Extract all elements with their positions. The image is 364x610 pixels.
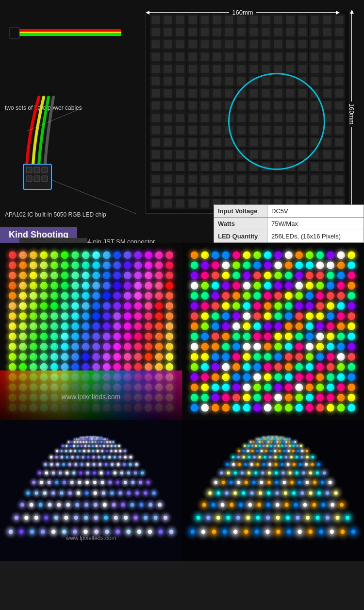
- led-cell: [150, 38, 162, 50]
- led-cell: [162, 38, 174, 50]
- led-cell: [223, 87, 235, 99]
- colorful-led-canvas: [182, 243, 364, 420]
- led-cell: [260, 124, 272, 136]
- spec-value: DC5V: [267, 205, 364, 218]
- led-cell: [333, 136, 345, 148]
- led-cell: [272, 75, 284, 87]
- led-cell: [199, 87, 211, 99]
- led-cell: [272, 186, 284, 197]
- led-cell: [333, 26, 345, 38]
- photo-cell-colorful: [182, 243, 364, 420]
- led-cell: [321, 173, 333, 185]
- led-cell: [211, 26, 223, 38]
- led-cell: [223, 161, 235, 172]
- led-cell: [272, 63, 284, 75]
- led-cell: [235, 112, 247, 124]
- led-cell: [211, 186, 223, 197]
- led-cell: [199, 149, 211, 160]
- led-cell: [199, 63, 211, 75]
- led-cell: [297, 87, 308, 99]
- led-cell: [272, 112, 284, 124]
- led-cell: [248, 161, 260, 172]
- led-cell: [309, 63, 320, 75]
- led-cell: [199, 51, 211, 63]
- led-cell: [162, 14, 174, 26]
- led-cell: [309, 161, 320, 172]
- photo-cell-rainbow: www.lpixelleds.com: [0, 243, 182, 420]
- led-cell: [174, 198, 186, 209]
- spec-label: LED Quantity: [214, 230, 267, 243]
- spec-row: Watts75W/Max: [214, 218, 364, 230]
- led-cell: [174, 112, 186, 124]
- led-cell: [248, 51, 260, 63]
- led-cell: [272, 87, 284, 99]
- led-cell: [187, 173, 199, 185]
- led-cell: [333, 63, 345, 75]
- led-cell: [162, 149, 174, 160]
- led-cell: [297, 186, 308, 197]
- led-cell: [321, 75, 333, 87]
- spec-value: 75W/Max: [267, 218, 364, 230]
- led-cell: [333, 161, 345, 172]
- led-cell: [223, 149, 235, 160]
- arrow-up-icon: [350, 10, 354, 14]
- led-cell: [248, 186, 260, 197]
- led-cell: [162, 124, 174, 136]
- led-cell: [150, 198, 162, 209]
- led-cell: [321, 14, 333, 26]
- led-cell: [297, 51, 308, 63]
- led-cell: [297, 161, 308, 172]
- led-cell: [333, 112, 345, 124]
- led-cell: [162, 63, 174, 75]
- led-cell: [223, 63, 235, 75]
- led-cell: [235, 38, 247, 50]
- led-cell: [150, 136, 162, 148]
- led-cell: [199, 173, 211, 185]
- led-cell: [284, 100, 296, 111]
- led-cell: [272, 51, 284, 63]
- led-cell: [248, 87, 260, 99]
- led-cell: [235, 149, 247, 160]
- led-cell: [284, 63, 296, 75]
- led-cell: [150, 26, 162, 38]
- led-cell: [235, 100, 247, 111]
- led-cell: [297, 136, 308, 148]
- led-cell: [309, 38, 320, 50]
- led-cell: [260, 26, 272, 38]
- led-cell: [235, 51, 247, 63]
- led-cell: [321, 51, 333, 63]
- led-cell: [321, 149, 333, 160]
- led-cell: [321, 100, 333, 111]
- led-cell: [248, 136, 260, 148]
- led-cell: [309, 124, 320, 136]
- led-cell: [260, 87, 272, 99]
- led-cell: [284, 112, 296, 124]
- led-cell: [150, 161, 162, 172]
- led-cell: [272, 149, 284, 160]
- led-cell: [211, 136, 223, 148]
- kind-shooting-badge: Kind Shooting: [0, 227, 77, 243]
- led-cell: [211, 149, 223, 160]
- led-cell: [272, 14, 284, 26]
- led-cell: [211, 173, 223, 185]
- led-cell: [162, 51, 174, 63]
- led-grid: [146, 10, 349, 213]
- led-cell: [199, 186, 211, 197]
- led-cell: [162, 161, 174, 172]
- led-cell: [174, 38, 186, 50]
- led-cell: [260, 186, 272, 197]
- led-cell: [284, 136, 296, 148]
- led-cell: [223, 173, 235, 185]
- led-cell: [174, 87, 186, 99]
- led-cell: [297, 26, 308, 38]
- led-cell: [321, 186, 333, 197]
- led-cell: [211, 51, 223, 63]
- led-cell: [162, 26, 174, 38]
- led-cell: [187, 198, 199, 209]
- led-cell: [211, 161, 223, 172]
- floor-blue-canvas: [0, 420, 182, 561]
- floor-multi-canvas: [182, 420, 364, 561]
- led-cell: [187, 75, 199, 87]
- led-cell: [260, 38, 272, 50]
- led-cell: [284, 87, 296, 99]
